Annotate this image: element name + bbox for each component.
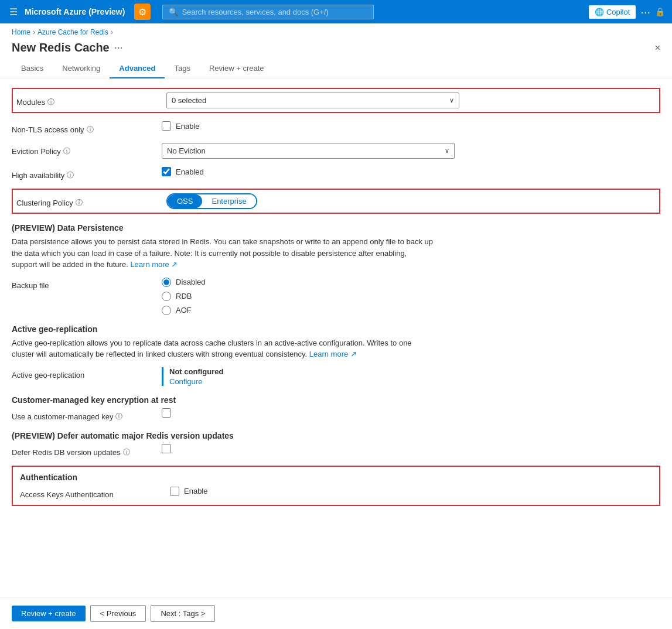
tab-tags[interactable]: Tags <box>165 59 199 78</box>
data-persistence-title: (PREVIEW) Data Persistence <box>12 223 660 233</box>
previous-button[interactable]: < Previous <box>90 605 146 622</box>
auth-access-keys-control: Enable <box>170 487 652 496</box>
app-icon: ⚙ <box>134 4 151 20</box>
modules-chevron-icon: ∨ <box>449 97 454 104</box>
auth-access-keys-checkbox[interactable] <box>170 487 179 496</box>
eviction-policy-control: No Eviction ∨ <box>162 143 660 159</box>
data-persistence-learn-more[interactable]: Learn more ↗ <box>130 260 178 269</box>
main-container: Home › Azure Cache for Redis › New Redis… <box>0 23 672 629</box>
tab-review[interactable]: Review + create <box>200 59 274 78</box>
footer: Review + create < Previous Next : Tags > <box>0 597 672 629</box>
eviction-policy-row: Eviction Policy ⓘ No Eviction ∨ <box>12 143 660 159</box>
tab-advanced[interactable]: Advanced <box>110 59 165 78</box>
non-tls-checkbox[interactable] <box>162 121 171 131</box>
eviction-policy-label: Eviction Policy ⓘ <box>12 143 152 156</box>
backup-aof-radio[interactable] <box>162 306 171 315</box>
clustering-policy-row: Clustering Policy ⓘ OSS Enterprise <box>12 189 660 214</box>
high-availability-control: Enabled <box>162 167 660 176</box>
geo-configure-link[interactable]: Configure <box>169 377 202 386</box>
backup-rdb-label[interactable]: RDB <box>162 292 660 301</box>
clustering-policy-toggle[interactable]: OSS Enterprise <box>166 193 257 209</box>
modules-label: Modules ⓘ <box>16 94 157 107</box>
backup-file-radio-group: Disabled RDB AOF <box>162 278 660 315</box>
defer-row: Defer Redis DB version updates ⓘ <box>12 444 660 457</box>
geo-replication-control: Not configured Configure <box>162 367 660 386</box>
authentication-section: Authentication Access Keys Authenticatio… <box>12 466 660 506</box>
geo-status-block: Not configured Configure <box>162 367 660 386</box>
defer-label: Defer Redis DB version updates ⓘ <box>12 444 152 457</box>
clustering-policy-control: OSS Enterprise <box>166 193 656 209</box>
search-bar[interactable]: 🔍 <box>162 5 374 19</box>
geo-replication-desc: Active geo-replication allows you to rep… <box>12 337 434 360</box>
defer-control <box>162 444 660 453</box>
auth-access-keys-label: Access Keys Authentication <box>20 487 161 499</box>
cmk-row: Use a customer-managed key ⓘ <box>12 408 660 422</box>
non-tls-info-icon[interactable]: ⓘ <box>87 125 94 135</box>
content-area: Modules ⓘ 0 selected ∨ Non-TLS access on… <box>0 78 672 597</box>
backup-disabled-radio[interactable] <box>162 278 171 287</box>
tabs: Basics Networking Advanced Tags Review +… <box>0 59 672 78</box>
geo-replication-learn-more[interactable]: Learn more ↗ <box>309 350 357 358</box>
breadcrumb-parent[interactable]: Azure Cache for Redis <box>37 28 108 36</box>
auth-access-keys-row: Access Keys Authentication Enable <box>20 487 652 499</box>
clustering-policy-info-icon[interactable]: ⓘ <box>76 198 83 208</box>
next-button[interactable]: Next : Tags > <box>151 605 215 622</box>
defer-title: (PREVIEW) Defer automatic major Redis ve… <box>12 431 660 440</box>
search-input[interactable] <box>182 8 367 16</box>
cmk-checkbox[interactable] <box>162 408 171 418</box>
review-create-button[interactable]: Review + create <box>12 606 86 621</box>
modules-info-icon[interactable]: ⓘ <box>47 97 54 107</box>
tab-basics[interactable]: Basics <box>12 59 53 78</box>
search-icon: 🔍 <box>169 8 178 16</box>
clustering-enterprise-option[interactable]: Enterprise <box>202 194 255 208</box>
backup-file-row: Backup file Disabled RDB AOF <box>12 278 660 315</box>
backup-file-label: Backup file <box>12 278 152 290</box>
high-availability-checkbox[interactable] <box>162 167 171 176</box>
geo-replication-row: Active geo-replication Not configured Co… <box>12 367 660 386</box>
page-options-icon[interactable]: ··· <box>114 42 123 54</box>
high-availability-checkbox-label[interactable]: Enabled <box>162 167 660 176</box>
clustering-oss-option[interactable]: OSS <box>168 194 202 208</box>
defer-checkbox-label[interactable] <box>162 444 660 453</box>
breadcrumb-sep1: › <box>33 28 35 36</box>
non-tls-row: Non-TLS access only ⓘ Enable <box>12 121 660 135</box>
high-availability-label: High availability ⓘ <box>12 167 152 180</box>
defer-info-icon[interactable]: ⓘ <box>123 447 130 457</box>
high-availability-info-icon[interactable]: ⓘ <box>67 170 74 180</box>
eviction-policy-chevron-icon: ∨ <box>445 147 449 155</box>
defer-checkbox[interactable] <box>162 444 171 453</box>
copilot-icon: 🌐 <box>595 8 604 16</box>
geo-replication-label: Active geo-replication <box>12 367 152 380</box>
breadcrumb: Home › Azure Cache for Redis › <box>0 23 672 39</box>
tab-networking[interactable]: Networking <box>53 59 110 78</box>
auth-access-keys-checkbox-label[interactable]: Enable <box>170 487 652 496</box>
cmk-checkbox-label[interactable] <box>162 408 660 418</box>
non-tls-control: Enable <box>162 121 660 131</box>
eviction-policy-dropdown[interactable]: No Eviction ∨ <box>162 143 455 159</box>
breadcrumb-home[interactable]: Home <box>12 28 30 36</box>
close-button[interactable]: × <box>655 43 660 53</box>
app-title: Microsoft Azure (Preview) <box>25 7 125 16</box>
geo-replication-title: Active geo-replication <box>12 324 660 334</box>
data-persistence-desc: Data persistence allows you to persist d… <box>12 236 434 271</box>
backup-file-control: Disabled RDB AOF <box>162 278 660 315</box>
auth-title: Authentication <box>20 473 652 482</box>
cmk-title: Customer-managed key encryption at rest <box>12 395 660 405</box>
cmk-control <box>162 408 660 418</box>
cmk-info-icon[interactable]: ⓘ <box>115 412 122 422</box>
breadcrumb-sep2: › <box>111 28 113 36</box>
modules-row: Modules ⓘ 0 selected ∨ <box>12 88 660 113</box>
hamburger-icon[interactable]: ☰ <box>7 4 20 20</box>
cmk-label: Use a customer-managed key ⓘ <box>12 408 152 422</box>
backup-aof-label[interactable]: AOF <box>162 306 660 315</box>
eviction-policy-info-icon[interactable]: ⓘ <box>63 146 70 156</box>
lock-icon: 🔒 <box>655 7 665 16</box>
more-icon[interactable]: ··· <box>640 6 650 18</box>
non-tls-checkbox-label[interactable]: Enable <box>162 121 660 131</box>
copilot-button[interactable]: 🌐 Copilot <box>589 5 636 19</box>
backup-rdb-radio[interactable] <box>162 292 171 301</box>
modules-dropdown[interactable]: 0 selected ∨ <box>166 93 459 108</box>
high-availability-row: High availability ⓘ Enabled <box>12 167 660 180</box>
backup-disabled-label[interactable]: Disabled <box>162 278 660 287</box>
page-header: New Redis Cache ··· × <box>0 39 672 59</box>
